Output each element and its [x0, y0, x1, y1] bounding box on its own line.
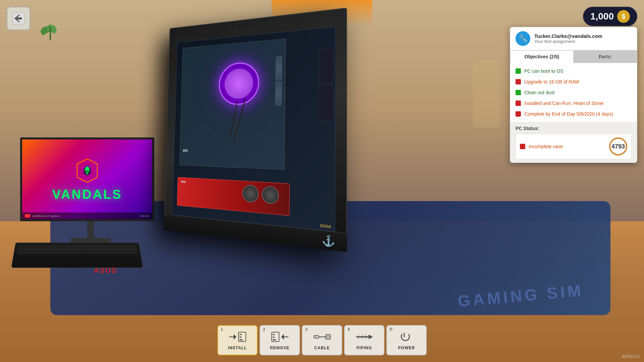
install-hotkey: 1: [221, 327, 223, 332]
pc-case[interactable]: MSI MSI EVGA: [164, 8, 347, 252]
back-button[interactable]: [7, 7, 30, 30]
pc-case-interior: MSI MSI EVGA: [172, 26, 336, 232]
obj-4-text: Installed and Can Run: Heart of Stone: [524, 101, 604, 106]
svg-rect-13: [239, 339, 243, 341]
svg-rect-12: [239, 337, 241, 338]
install-tool-button[interactable]: 1 INSTALL: [217, 325, 258, 355]
svg-rect-17: [273, 339, 276, 341]
power-tool-button[interactable]: P POWER: [386, 325, 427, 355]
install-label: INSTALL: [228, 346, 247, 350]
desk-mat-logo: GAMING SIM: [457, 281, 584, 311]
pc-status-title: PC Status:: [516, 126, 632, 131]
status-item-1: Incomplete case 4793: [516, 134, 632, 159]
svg-marker-24: [369, 335, 373, 339]
svg-rect-19: [315, 337, 317, 337]
cable-icon: [313, 330, 331, 343]
currency-display: 1,000 $: [583, 7, 637, 26]
svg-rect-16: [273, 337, 275, 338]
install-icon: [228, 330, 247, 343]
plant-decoration: [44, 20, 57, 40]
install-icon-area: [227, 330, 248, 344]
obj-1-text: PC can boot to OS: [524, 68, 564, 74]
objective-3: Clean out dust: [510, 87, 637, 98]
obj-5-indicator: [516, 111, 521, 117]
status-1-indicator: [520, 144, 525, 149]
cable-label: CABLE: [314, 346, 330, 350]
objective-5: Complete by End of Day 5/8/2020 (4 days): [510, 109, 637, 119]
svg-rect-22: [327, 336, 329, 338]
cable-hotkey: 3: [305, 327, 308, 332]
msi-label: MSI: [183, 149, 188, 153]
tab-objectives[interactable]: Objectives (2/5): [510, 50, 574, 63]
status-1-text: Incomplete case: [529, 144, 606, 149]
objective-2: Upgrade to 16 GB of RAM: [510, 76, 637, 87]
obj-5-text: Complete by End of Day 5/8/2020 (4 days): [524, 111, 613, 117]
shelf-background: [473, 60, 500, 127]
back-icon: [12, 12, 25, 25]
status-1-score: 4793: [609, 137, 627, 156]
mission-client-email: Tucker.Clarke@vandals.com: [534, 33, 602, 39]
remove-icon-area: [270, 330, 290, 344]
monitor-time: 6:48 AM: [140, 215, 150, 218]
monitor-display: VANDALS: [22, 139, 152, 219]
watermark: airav.cc: [622, 353, 640, 359]
mission-subtitle: Your first assignment: [534, 39, 602, 44]
power-icon-area: [396, 330, 417, 344]
remove-label: REMOVE: [270, 346, 289, 350]
mission-panel: 🔧 Tucker.Clarke@vandals.com Your first a…: [510, 27, 637, 163]
svg-rect-9: [16, 17, 22, 19]
svg-rect-15: [273, 334, 275, 335]
mission-header: 🔧 Tucker.Clarke@vandals.com Your first a…: [510, 27, 637, 50]
currency-icon: $: [617, 10, 630, 23]
obj-2-indicator: [516, 79, 521, 84]
remove-hotkey: 2: [263, 327, 265, 332]
obj-4-indicator: [516, 101, 521, 106]
currency-amount: 1,000: [590, 11, 614, 22]
power-icon: [397, 330, 416, 343]
obj-3-indicator: [516, 90, 521, 95]
gpu: MSI: [177, 177, 290, 216]
tab-parts[interactable]: Parts:: [574, 50, 637, 63]
keyboard-keys: [13, 243, 141, 256]
remove-icon: [271, 330, 289, 343]
keyboard: [11, 243, 143, 268]
power-label: POWER: [398, 346, 415, 350]
objective-4: Installed and Can Run: Heart of Stone: [510, 98, 637, 109]
monitor-screen: VANDALS AddEffective Programs 6:48 AM: [20, 137, 154, 221]
piping-icon-area: [354, 330, 374, 344]
obj-1-indicator: [516, 68, 521, 74]
piping-tool-button[interactable]: 4 PIPING: [344, 325, 384, 355]
svg-rect-11: [239, 334, 241, 335]
cable-icon-area: [312, 330, 332, 344]
bottom-toolbar: 1 INSTALL 2 REMOVE 3: [217, 325, 427, 355]
piping-hotkey: 4: [347, 327, 350, 332]
vandals-logo-icon: [74, 157, 101, 184]
objective-1: PC can boot to OS: [510, 66, 637, 76]
monitor-status-text: AddEffective Programs: [32, 215, 60, 218]
obj-3-text: Clean out dust: [524, 90, 554, 95]
piping-label: PIPING: [357, 346, 372, 350]
pc-status-section: PC Status: Incomplete case 4793: [510, 122, 637, 163]
vandals-brand-text: VANDALS: [52, 187, 122, 202]
piping-icon: [355, 330, 374, 343]
mission-info: Tucker.Clarke@vandals.com Your first ass…: [534, 33, 602, 44]
svg-rect-21: [326, 335, 330, 339]
objectives-list: PC can boot to OS Upgrade to 16 GB of RA…: [510, 63, 637, 122]
mission-wrench-icon: 🔧: [516, 31, 530, 46]
power-hotkey: P: [390, 327, 392, 332]
obj-2-text: Upgrade to 16 GB of RAM: [524, 79, 579, 84]
monitor: VANDALS AddEffective Programs 6:48 AM: [20, 137, 161, 238]
monitor-status-icon: [25, 214, 30, 218]
motherboard: MSI: [179, 39, 286, 170]
drive-bays: [318, 48, 333, 120]
ram-slots: [275, 56, 282, 105]
cable-tool-button[interactable]: 3 CABLE: [302, 325, 342, 355]
corsair-logo-icon: ⚓: [322, 234, 335, 248]
remove-tool-button[interactable]: 2 REMOVE: [260, 325, 300, 355]
mission-tabs: Objectives (2/5) Parts:: [510, 50, 637, 63]
evga-label: EVGA: [320, 224, 331, 229]
monitor-stand: [87, 221, 94, 238]
